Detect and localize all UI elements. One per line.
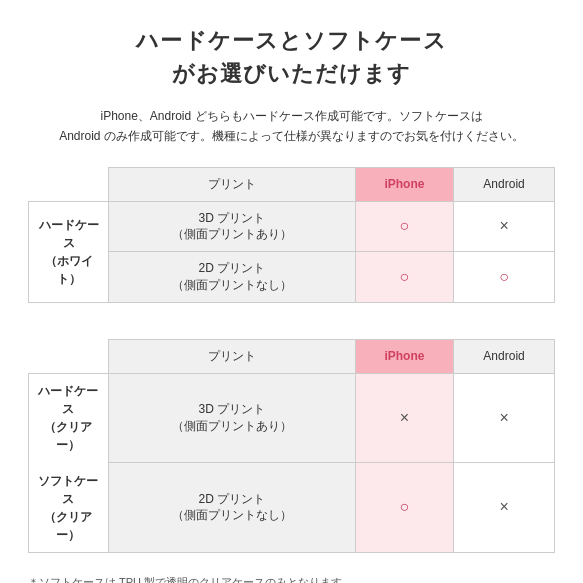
notes-section: ＊ソフトケースは TPU 製で透明のクリアケースのみとなります。 ＊ハードケース…: [28, 573, 555, 583]
table2-row1-iphone: ×: [355, 373, 453, 463]
table2-row1-android: ×: [454, 373, 555, 463]
row-label-hard-white: ハードケース（ホワイト）: [39, 218, 99, 286]
col-header-iphone: iPhone: [355, 167, 453, 201]
table2-row1-print: 3D プリント（側面プリントあり）: [109, 373, 356, 463]
table1-row2-iphone: ○: [355, 252, 453, 303]
col2-header-iphone: iPhone: [355, 339, 453, 373]
col-header-print: プリント: [109, 167, 356, 201]
table1-row1-print: 3D プリント（側面プリントあり）: [109, 201, 356, 252]
table1-row2-android: ○: [454, 252, 555, 303]
table2-row2-print: 2D プリント（側面プリントなし）: [109, 463, 356, 553]
col2-header-android: Android: [454, 339, 555, 373]
table1-row1-iphone: ○: [355, 201, 453, 252]
description-text: iPhone、Android どちらもハードケース作成可能です。ソフトケースは …: [28, 106, 555, 147]
table2-row2-iphone: ○: [355, 463, 453, 553]
table1-row2-print: 2D プリント（側面プリントなし）: [109, 252, 356, 303]
table1-section: プリント iPhone Android ハードケース（ホワイト） 3D プリント…: [28, 167, 555, 303]
table2-row2-android: ×: [454, 463, 555, 553]
row-label-hard-clear: ハードケース（クリアー）ソフトケース（クリアー）: [38, 384, 98, 542]
note-1: ＊ソフトケースは TPU 製で透明のクリアケースのみとなります。: [28, 573, 555, 583]
table2-section: プリント iPhone Android ハードケース（クリアー）ソフトケース（ク…: [28, 339, 555, 553]
col-header-android: Android: [454, 167, 555, 201]
table1-row1-android: ×: [454, 201, 555, 252]
page-title: ハードケースとソフトケース がお選びいただけます: [28, 24, 555, 90]
col2-header-print: プリント: [109, 339, 356, 373]
